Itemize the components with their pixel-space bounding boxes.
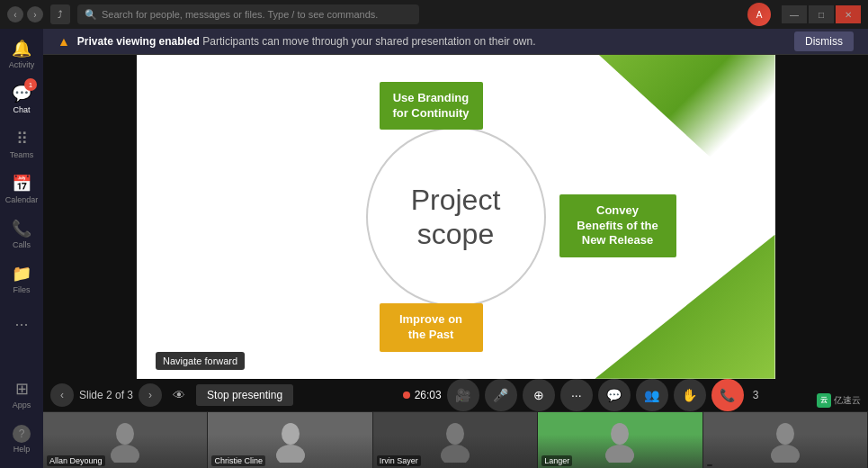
participant-name-4: Langer xyxy=(541,455,572,466)
project-scope-line2: scope xyxy=(411,217,501,251)
slide-box-improve: Improve onthe Past xyxy=(380,303,483,352)
window-controls: — □ ✕ xyxy=(782,5,861,23)
sidebar-label-activity: Activity xyxy=(9,60,35,69)
sidebar-item-files[interactable]: 📁 Files xyxy=(2,257,41,301)
svg-point-7 xyxy=(605,445,634,463)
chat-badge: 1 xyxy=(24,78,37,91)
svg-point-5 xyxy=(441,445,470,463)
sidebar-item-calls[interactable]: 📞 Calls xyxy=(2,212,41,256)
nav-buttons: ‹ › xyxy=(7,6,43,22)
mute-button[interactable]: 🎤 xyxy=(485,379,517,411)
sidebar-item-help[interactable]: ? Help xyxy=(2,418,41,461)
watermark: 云 亿速云 xyxy=(817,393,861,408)
participant-name-5 xyxy=(707,464,712,466)
sidebar-bottom: ⊞ Apps ? Help xyxy=(2,373,41,468)
forward-button[interactable]: › xyxy=(27,6,43,22)
end-call-button[interactable]: 📞 xyxy=(711,379,744,411)
slide-box-branding-text: Use Brandingfor Continuity xyxy=(392,91,469,120)
participants-button[interactable]: 👥 xyxy=(636,379,668,411)
chat-button[interactable]: 💬 xyxy=(598,379,631,411)
apps-icon: ⊞ xyxy=(15,379,29,399)
eye-icon[interactable]: 👁 xyxy=(167,383,191,407)
title-bar: ‹ › ⤴ 🔍 Search for people, messages or f… xyxy=(0,0,868,29)
search-icon: 🔍 xyxy=(85,9,97,21)
chat-icon: 💬 1 xyxy=(12,84,31,104)
main-layout: 🔔 Activity 💬 1 Chat ⠿ Teams 📅 Calendar 📞… xyxy=(0,29,868,468)
participant-name-1: Allan Deyoung xyxy=(47,455,105,466)
participants-count: 3 xyxy=(753,389,759,401)
project-scope-text: Project scope xyxy=(411,182,501,251)
sidebar-label-help: Help xyxy=(13,445,31,454)
maximize-button[interactable]: □ xyxy=(809,5,834,23)
svg-point-0 xyxy=(116,423,134,445)
warning-icon: ▲ xyxy=(58,34,70,49)
next-slide-button[interactable]: › xyxy=(139,383,162,407)
face-placeholder-5 xyxy=(703,412,867,468)
sidebar-item-chat[interactable]: 💬 1 Chat xyxy=(2,77,41,121)
sidebar-label-teams: Teams xyxy=(10,150,34,159)
video-thumbnails: Allan Deyoung Christie Cline xyxy=(43,411,868,468)
svg-point-3 xyxy=(276,445,305,463)
presentation-slide: Project scope Use Brandingfor Continuity… xyxy=(137,55,775,379)
navigate-forward-tooltip: Navigate forward xyxy=(156,352,245,370)
banner-detail-text: Participants can move through your share… xyxy=(202,35,535,48)
calls-icon: 📞 xyxy=(12,219,31,238)
slide-box-benefits: ConveyBenefits of theNew Release xyxy=(559,194,676,258)
sidebar-label-chat: Chat xyxy=(13,105,30,114)
participant-name-3: Irvin Sayer xyxy=(377,455,421,466)
search-bar[interactable]: 🔍 Search for people, messages or files. … xyxy=(77,4,419,24)
sidebar-item-teams[interactable]: ⠿ Teams xyxy=(2,122,41,166)
raise-hand-button[interactable]: ✋ xyxy=(674,379,706,411)
svg-point-6 xyxy=(611,423,629,445)
sidebar: 🔔 Activity 💬 1 Chat ⠿ Teams 📅 Calendar 📞… xyxy=(0,29,43,468)
content-area: ▲ Private viewing enabled Participants c… xyxy=(43,29,868,468)
participant-video-5[interactable] xyxy=(703,412,868,468)
banner-bold-text: Private viewing enabled xyxy=(77,35,200,48)
share-screen-button[interactable]: ⊕ xyxy=(523,379,555,411)
svg-point-9 xyxy=(771,445,800,463)
calendar-icon: 📅 xyxy=(12,174,31,194)
prev-slide-button[interactable]: ‹ xyxy=(50,383,74,407)
user-avatar[interactable]: A xyxy=(747,3,771,26)
share-button[interactable]: ⤴ xyxy=(50,4,70,24)
close-button[interactable]: ✕ xyxy=(836,5,861,23)
participant-video-1[interactable]: Allan Deyoung xyxy=(43,412,208,468)
files-icon: 📁 xyxy=(12,264,31,284)
call-controls: 26:03 🎥 🎤 ⊕ ··· 💬 👥 ✋ 📞 3 xyxy=(403,379,759,411)
back-button[interactable]: ‹ xyxy=(7,6,23,22)
camera-button[interactable]: 🎥 xyxy=(447,379,479,411)
watermark-text: 亿速云 xyxy=(834,394,861,407)
teams-icon: ⠿ xyxy=(16,129,28,148)
sidebar-item-more[interactable]: ··· xyxy=(2,302,41,346)
slide-box-branding: Use Brandingfor Continuity xyxy=(380,82,483,130)
record-indicator xyxy=(403,392,410,399)
slide-area: Project scope Use Brandingfor Continuity… xyxy=(43,55,868,379)
participant-video-3[interactable]: Irvin Sayer xyxy=(373,412,538,468)
search-placeholder: Search for people, messages or files. Ty… xyxy=(102,9,378,20)
sidebar-item-activity[interactable]: 🔔 Activity xyxy=(2,32,41,76)
svg-point-4 xyxy=(446,423,464,445)
dismiss-button[interactable]: Dismiss xyxy=(794,32,854,51)
participant-video-2[interactable]: Christie Cline xyxy=(208,412,372,468)
presenter-controls-bar: ‹ Slide 2 of 3 › 👁 Stop presenting Navig… xyxy=(43,379,868,411)
more-options-button[interactable]: ··· xyxy=(560,379,593,411)
slide-nav-controls: ‹ Slide 2 of 3 › 👁 Stop presenting xyxy=(50,383,293,407)
more-icon: ··· xyxy=(14,315,28,334)
svg-point-2 xyxy=(282,423,300,445)
participant-video-4[interactable]: Langer xyxy=(538,412,702,468)
sidebar-label-files: Files xyxy=(13,285,30,294)
sidebar-item-calendar[interactable]: 📅 Calendar xyxy=(2,167,41,211)
sidebar-item-apps[interactable]: ⊞ Apps xyxy=(2,373,41,416)
slide-box-benefits-text: ConveyBenefits of theNew Release xyxy=(577,203,658,248)
sidebar-label-calls: Calls xyxy=(13,240,31,249)
minimize-button[interactable]: — xyxy=(782,5,807,23)
project-scope-line1: Project xyxy=(411,182,501,216)
watermark-logo: 云 xyxy=(817,393,831,408)
call-timer: 26:03 xyxy=(403,389,442,401)
slide-box-improve-text: Improve onthe Past xyxy=(399,312,462,341)
sidebar-label-calendar: Calendar xyxy=(5,195,39,204)
activity-icon: 🔔 xyxy=(12,39,31,58)
timer-text: 26:03 xyxy=(415,389,442,401)
private-viewing-banner: ▲ Private viewing enabled Participants c… xyxy=(43,29,868,55)
stop-presenting-button[interactable]: Stop presenting xyxy=(196,384,293,406)
